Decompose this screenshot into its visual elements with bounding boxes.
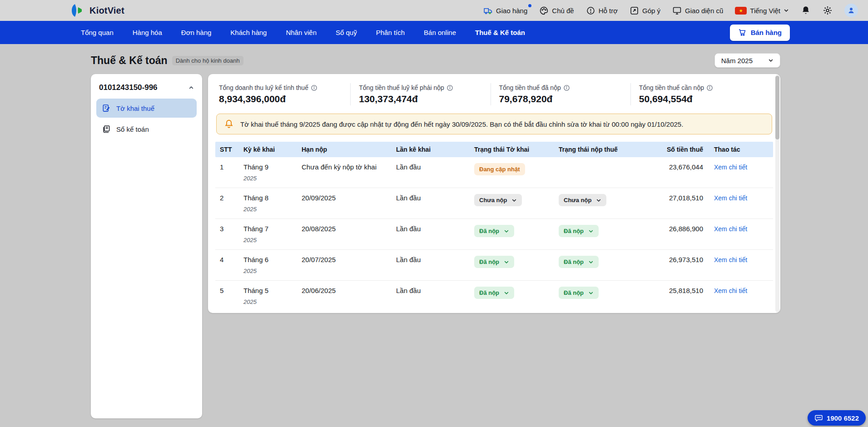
row-year: 2025	[243, 237, 297, 243]
stat-label: Tổng doanh thu luỹ kế tính thuế	[219, 84, 308, 91]
sidebar-item-so-ke-toan[interactable]: Sổ kế toán	[96, 119, 197, 139]
view-detail-link[interactable]: Xem chi tiết	[714, 225, 747, 233]
menu-giao-dien-cu[interactable]: Giao diện cũ	[672, 6, 723, 15]
row-stt: 1	[215, 163, 239, 171]
sidebar-item-to-khai-thue[interactable]: Tờ khai thuế	[96, 99, 197, 118]
notification-dot	[528, 4, 531, 7]
view-detail-link[interactable]: Xem chi tiết	[714, 256, 747, 263]
row-deadline: 20/09/2025	[297, 194, 392, 202]
info-icon[interactable]	[706, 84, 713, 91]
support-hotline-button[interactable]: 1900 6522	[808, 410, 866, 426]
table-row: 2 Tháng 82025 20/09/2025 Lần đầu Chưa nộ…	[215, 188, 773, 219]
scrollbar-thumb[interactable]	[775, 76, 779, 139]
view-detail-link[interactable]: Xem chi tiết	[714, 164, 747, 171]
row-month: Tháng 6	[243, 256, 297, 263]
payment-status-dropdown[interactable]: Chưa nộp	[559, 194, 606, 206]
nav-so-quy[interactable]: Sổ quỹ	[336, 29, 357, 36]
menu-ho-tro[interactable]: Hỗ trợ	[586, 6, 618, 15]
row-stt: 2	[215, 194, 239, 202]
nav-phan-tich[interactable]: Phân tích	[376, 29, 405, 36]
row-amount: 25,818,510	[660, 287, 709, 294]
info-icon[interactable]	[311, 84, 317, 91]
badge-label: Đã nộp	[564, 289, 584, 296]
row-attempt: Lần đầu	[392, 194, 470, 202]
nav-hang-hoa[interactable]: Hàng hóa	[133, 29, 162, 36]
declaration-status-dropdown[interactable]: Chưa nộp	[474, 194, 522, 206]
notifications-button[interactable]	[801, 5, 811, 15]
view-detail-link[interactable]: Xem chi tiết	[714, 287, 747, 294]
menu-giao-hang[interactable]: Giao hàng	[483, 6, 527, 15]
sidebar-item-label: Tờ khai thuế	[116, 104, 154, 112]
chevron-down-icon	[784, 8, 789, 13]
stat-value: 50,694,554đ	[639, 94, 770, 104]
stat-value: 8,934,396,000đ	[219, 94, 350, 104]
stat-label: Tổng tiền thuế luỹ kế phải nộp	[359, 84, 444, 91]
gear-icon	[823, 5, 833, 15]
nav-khach-hang[interactable]: Khách hàng	[230, 29, 267, 36]
row-amount: 26,886,900	[660, 225, 709, 233]
scrollbar[interactable]	[775, 75, 779, 312]
table-row: 1 Tháng 92025 Chưa đến kỳ nộp tờ khai Lầ…	[215, 157, 773, 188]
nav-nhan-vien[interactable]: Nhân viên	[286, 29, 317, 36]
menu-label: Hỗ trợ	[599, 7, 618, 15]
cart-icon	[738, 28, 747, 37]
row-deadline: Chưa đến kỳ nộp tờ khai	[297, 163, 392, 171]
row-month: Tháng 8	[243, 194, 297, 202]
info-icon[interactable]	[563, 84, 570, 91]
chevron-down-icon	[504, 228, 509, 234]
col-lan-ke-khai: Lần kê khai	[392, 146, 470, 153]
kiotviet-logo-icon	[70, 3, 86, 18]
view-detail-link[interactable]: Xem chi tiết	[714, 194, 747, 202]
row-attempt: Lần đầu	[392, 225, 470, 233]
row-month: Tháng 7	[243, 225, 297, 233]
badge-label: Chưa nộp	[564, 197, 591, 204]
language-label: Tiếng Việt	[750, 7, 780, 15]
stat-value: 130,373,474đ	[359, 94, 490, 104]
sell-button[interactable]: Bán hàng	[730, 25, 790, 41]
row-deadline: 20/08/2025	[297, 225, 392, 233]
tax-id-toggle[interactable]: 0101243150-996	[96, 80, 197, 99]
kiotviet-logo[interactable]: KiotViet	[70, 3, 124, 18]
year-select[interactable]: Năm 2025	[714, 53, 780, 68]
feedback-icon	[630, 6, 639, 15]
declaration-status-dropdown[interactable]: Đã nộp	[474, 225, 514, 237]
badge-label: Chưa nộp	[479, 197, 507, 204]
chevron-down-icon	[504, 290, 509, 296]
banner-text: Tờ khai thuế tháng 9/2025 đang được cập …	[240, 120, 683, 128]
nav-don-hang[interactable]: Đơn hàng	[181, 29, 212, 36]
stat-tax-payable: Tổng tiền thuế luỹ kế phải nộp 130,373,4…	[350, 83, 490, 105]
settings-button[interactable]	[823, 5, 833, 15]
stat-value: 79,678,920đ	[499, 94, 630, 104]
col-trang-thai-to-khai: Trạng thái Tờ khai	[470, 146, 554, 153]
declaration-status-dropdown[interactable]: Đã nộp	[474, 256, 514, 268]
stat-tax-remaining: Tổng tiền thuế cần nộp 50,694,554đ	[630, 83, 770, 105]
tax-declaration-table: STT Kỳ kê khai Hạn nộp Lần kê khai Trạng…	[215, 142, 773, 311]
palette-icon	[539, 6, 549, 15]
payment-status-dropdown[interactable]: Đã nộp	[559, 225, 599, 237]
stat-label: Tổng tiền thuế đã nộp	[499, 84, 561, 91]
payment-status-dropdown[interactable]: Đã nộp	[559, 287, 599, 299]
col-thao-tac: Thao tác	[709, 146, 773, 153]
nav-tong-quan[interactable]: Tổng quan	[81, 29, 114, 36]
year-select-value: Năm 2025	[721, 57, 753, 65]
badge-label: Đã nộp	[479, 228, 499, 234]
menu-chu-de[interactable]: Chủ đề	[539, 6, 574, 15]
nav-thue-ke-toan[interactable]: Thuế & Kế toán	[475, 29, 525, 36]
row-stt: 5	[215, 287, 239, 294]
menu-gop-y[interactable]: Góp ý	[630, 6, 660, 15]
badge-label: Đã nộp	[479, 289, 499, 296]
main-navigation: Tổng quan Hàng hóa Đơn hàng Khách hàng N…	[0, 21, 868, 44]
row-month: Tháng 9	[243, 163, 297, 171]
truck-icon	[483, 6, 493, 15]
payment-status-dropdown[interactable]: Đã nộp	[559, 256, 599, 268]
row-attempt: Lần đầu	[392, 163, 470, 171]
declaration-status-dropdown[interactable]: Đã nộp	[474, 287, 514, 299]
declaration-status-badge: Đang cập nhật	[474, 163, 525, 175]
brand-name: KiotViet	[89, 5, 124, 16]
info-icon[interactable]	[446, 84, 453, 91]
nav-ban-online[interactable]: Bán online	[424, 29, 456, 36]
language-selector[interactable]: ★ Tiếng Việt	[735, 7, 789, 15]
row-year: 2025	[243, 175, 297, 182]
user-avatar[interactable]	[844, 4, 858, 17]
tax-id: 0101243150-996	[99, 83, 158, 92]
